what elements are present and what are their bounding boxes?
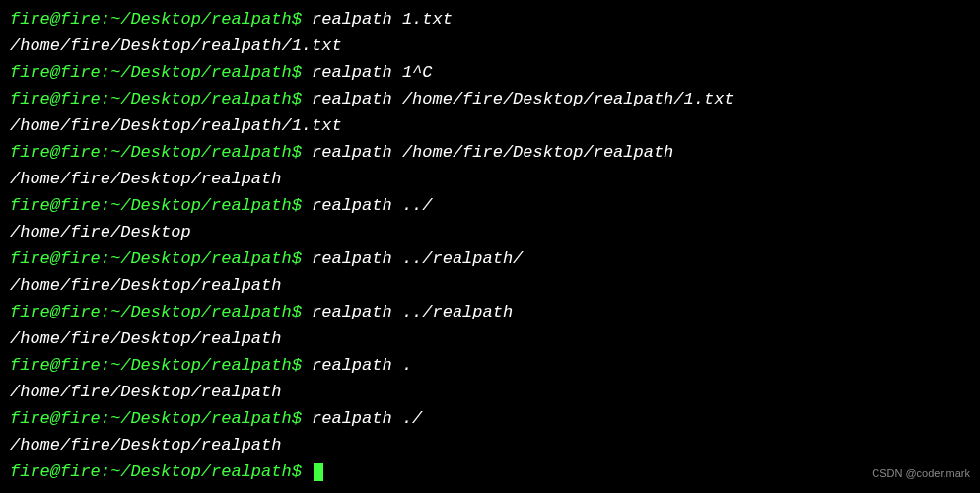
command-text: realpath /home/fire/Desktop/realpath/1.t… [312, 90, 734, 108]
shell-prompt: fire@fire:~/Desktop/realpath$ [10, 303, 312, 321]
command-text: realpath ../realpath [312, 303, 513, 321]
terminal-line: /home/fire/Desktop/realpath [10, 325, 970, 352]
output-text: /home/fire/Desktop/realpath [10, 436, 281, 455]
terminal-line: fire@fire:~/Desktop/realpath$ realpath 1… [10, 6, 970, 33]
output-text: /home/fire/Desktop/realpath/1.txt [10, 36, 342, 55]
output-text: /home/fire/Desktop [10, 223, 191, 242]
output-text: /home/fire/Desktop/realpath [10, 383, 281, 401]
shell-prompt: fire@fire:~/Desktop/realpath$ [10, 196, 312, 215]
output-text: /home/fire/Desktop/realpath [10, 329, 281, 348]
output-text: /home/fire/Desktop/realpath [10, 276, 281, 295]
command-text: realpath ./ [312, 409, 422, 428]
terminal-line: /home/fire/Desktop/realpath/1.txt [10, 112, 970, 139]
terminal-line: /home/fire/Desktop/realpath [10, 166, 970, 192]
terminal-line: fire@fire:~/Desktop/realpath$ realpath /… [10, 139, 970, 166]
terminal-line: /home/fire/Desktop [10, 219, 970, 246]
shell-prompt: fire@fire:~/Desktop/realpath$ [10, 10, 312, 29]
terminal-line: fire@fire:~/Desktop/realpath$ realpath .… [10, 246, 970, 272]
command-text: realpath ../ [312, 196, 432, 215]
cursor-icon [314, 463, 323, 481]
command-text: realpath ../realpath/ [312, 249, 523, 268]
shell-prompt: fire@fire:~/Desktop/realpath$ [10, 356, 312, 375]
terminal-line: fire@fire:~/Desktop/realpath$ realpath .… [10, 299, 970, 325]
terminal-line: /home/fire/Desktop/realpath [10, 379, 970, 405]
shell-prompt: fire@fire:~/Desktop/realpath$ [10, 63, 312, 82]
watermark: CSDN @coder.mark [872, 460, 970, 487]
shell-prompt: fire@fire:~/Desktop/realpath$ [10, 143, 312, 162]
shell-prompt: fire@fire:~/Desktop/realpath$ [10, 90, 312, 108]
terminal-line: fire@fire:~/Desktop/realpath$ realpath 1… [10, 59, 970, 86]
shell-prompt: fire@fire:~/Desktop/realpath$ [10, 249, 312, 268]
output-text: /home/fire/Desktop/realpath [10, 170, 281, 188]
terminal-line: fire@fire:~/Desktop/realpath$ realpath /… [10, 86, 970, 112]
shell-prompt: fire@fire:~/Desktop/realpath$ [10, 409, 312, 428]
terminal-line: fire@fire:~/Desktop/realpath$ realpath .… [10, 405, 970, 432]
shell-prompt: fire@fire:~/Desktop/realpath$ [10, 462, 312, 481]
terminal-line: fire@fire:~/Desktop/realpath$ realpath .… [10, 192, 970, 219]
terminal-line: /home/fire/Desktop/realpath [10, 432, 970, 458]
command-text: realpath 1.txt [312, 10, 453, 29]
terminal-line: /home/fire/Desktop/realpath/1.txt [10, 33, 970, 59]
command-text: realpath 1^C [312, 63, 432, 82]
terminal-output[interactable]: fire@fire:~/Desktop/realpath$ realpath 1… [10, 6, 970, 485]
terminal-line: fire@fire:~/Desktop/realpath$ realpath . [10, 352, 970, 379]
terminal-line: fire@fire:~/Desktop/realpath$ [10, 458, 970, 485]
command-text: realpath /home/fire/Desktop/realpath [312, 143, 673, 162]
terminal-line: /home/fire/Desktop/realpath [10, 272, 970, 299]
output-text: /home/fire/Desktop/realpath/1.txt [10, 116, 342, 135]
command-text: realpath . [312, 356, 412, 375]
